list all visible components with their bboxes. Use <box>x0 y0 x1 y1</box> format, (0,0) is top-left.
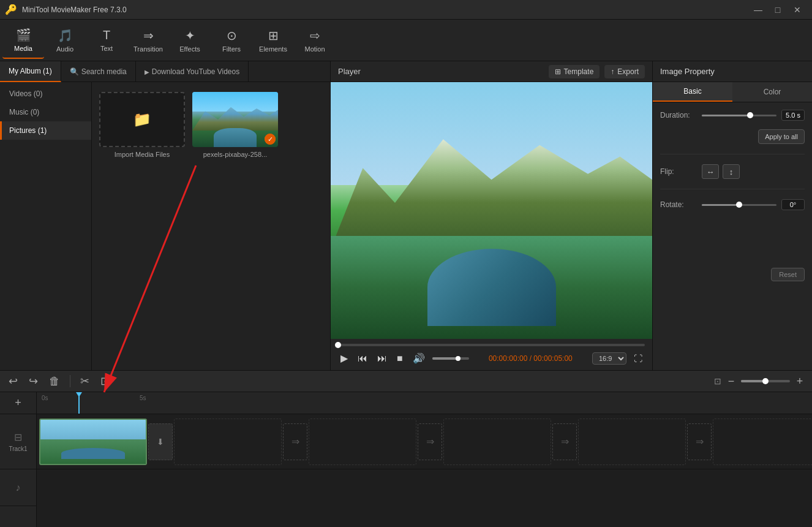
duration-label: Duration: <box>660 111 697 119</box>
cut-button[interactable]: ✂ <box>77 373 93 389</box>
transition-arrow-5: ⇒ <box>696 436 704 447</box>
clip-sky <box>40 420 146 442</box>
titlebar-left: 🔑 MiniTool MovieMaker Free 7.3.0 <box>5 4 127 15</box>
player-header: Player ⊞ Template ↑ Export <box>331 61 652 82</box>
motion-icon: ⇨ <box>310 28 320 43</box>
fullscreen-button[interactable]: ⛶ <box>631 352 645 365</box>
photo-thumb[interactable]: ✓ <box>192 92 278 147</box>
transition-download-icon: ⬇ <box>157 437 164 447</box>
redo-button[interactable]: ↪ <box>25 373 42 389</box>
video-preview <box>331 82 652 339</box>
toolbar-item-filters[interactable]: ⊙Filters <box>211 22 252 59</box>
close-button[interactable]: ✕ <box>788 0 807 20</box>
photo-label: pexels-pixabay-258... <box>203 151 268 158</box>
tab-my-album[interactable]: My Album (1) <box>0 61 61 82</box>
duration-slider[interactable] <box>702 115 776 116</box>
effects-label: Effects <box>179 45 200 53</box>
toolbar-item-text[interactable]: TText <box>86 22 127 59</box>
template-icon: ⊞ <box>555 67 561 76</box>
empty-clip-1 <box>174 419 282 465</box>
rotate-slider[interactable] <box>702 204 776 206</box>
apply-to-all-button[interactable]: Apply to all <box>758 129 805 144</box>
media-label: Media <box>14 45 32 52</box>
next-frame-button[interactable]: ⏭ <box>375 352 389 365</box>
flip-buttons: ↔ ↕ <box>702 164 740 179</box>
empty-clip-2 <box>309 419 416 465</box>
filters-icon: ⊙ <box>227 28 237 43</box>
rotate-value: 0° <box>781 199 805 210</box>
stop-button[interactable]: ■ <box>394 352 405 365</box>
tab-download-youtube[interactable]: ▶Download YouTube Videos <box>136 61 249 82</box>
maximize-button[interactable]: □ <box>768 0 788 20</box>
export-button[interactable]: ↑ Export <box>604 65 645 78</box>
timeline-ruler: 0s 5s <box>37 392 812 414</box>
transition-slot-5[interactable]: ⇒ <box>687 423 712 460</box>
toolbar-item-elements[interactable]: ⊞Elements <box>252 22 294 59</box>
flip-vertical-button[interactable]: ↕ <box>723 164 740 179</box>
divider2 <box>660 189 805 189</box>
zoom-out-button[interactable]: − <box>724 374 739 389</box>
app-logo-icon: 🔑 <box>5 4 17 15</box>
volume-button[interactable]: 🔊 <box>410 351 427 365</box>
progress-thumb[interactable] <box>335 342 341 348</box>
import-label: Import Media Files <box>115 151 170 158</box>
prev-frame-button[interactable]: ⏮ <box>355 352 370 365</box>
transition-slot-2[interactable]: ⇒ <box>283 423 307 460</box>
add-track-button[interactable]: + <box>0 392 36 414</box>
media-grid-area: 📁 Import Media Files ✓ <box>92 82 330 370</box>
transition-label: Transition <box>133 45 163 53</box>
transition-slot-4[interactable]: ⇒ <box>552 423 577 460</box>
nav-videos[interactable]: Videos (0) <box>0 85 91 103</box>
tab-basic[interactable]: Basic <box>653 82 732 102</box>
toolbar-item-audio[interactable]: 🎵Audio <box>44 22 86 59</box>
nav-music[interactable]: Music (0) <box>0 103 91 121</box>
play-button[interactable]: ▶ <box>338 351 350 365</box>
media-grid: 📁 Import Media Files ✓ <box>99 89 323 158</box>
rotate-row: Rotate: 0° <box>660 199 805 210</box>
zoom-slider[interactable] <box>741 380 790 382</box>
toolbar-item-effects[interactable]: ✦Effects <box>169 22 211 59</box>
track1-label: Track1 <box>9 445 27 452</box>
motion-label: Motion <box>304 45 325 53</box>
playhead[interactable] <box>78 392 80 414</box>
undo-button[interactable]: ↩ <box>5 373 21 389</box>
toolbar-item-media[interactable]: 🎬Media <box>2 22 44 59</box>
video-track-label: ⊟ Track1 <box>0 414 36 469</box>
duration-fill <box>702 115 750 116</box>
tab-color[interactable]: Color <box>732 82 812 102</box>
toolbar-item-motion[interactable]: ⇨Motion <box>294 22 336 59</box>
reset-button[interactable]: Reset <box>771 268 805 281</box>
tab-search-media[interactable]: 🔍Search media <box>61 61 136 82</box>
zoom-in-button[interactable]: + <box>792 374 807 389</box>
template-button[interactable]: ⊞ Template <box>549 65 600 78</box>
player-video <box>331 82 652 339</box>
toolbar-item-transition[interactable]: ⇒Transition <box>127 22 169 59</box>
current-time: 00:00:00:00 <box>489 354 527 363</box>
export-label: Export <box>617 67 639 76</box>
zoom-thumb[interactable] <box>762 378 769 384</box>
flip-horizontal-button[interactable]: ↔ <box>702 164 719 179</box>
transition-slot-1[interactable]: ⬇ <box>148 423 173 460</box>
import-thumb[interactable]: 📁 <box>99 92 185 147</box>
zoom-controls: ⊡ − + <box>714 374 807 389</box>
time-display: 00:00:00:00 / 00:00:05:00 <box>489 354 573 363</box>
minimize-button[interactable]: — <box>748 0 768 20</box>
rotate-fill <box>702 204 739 206</box>
track-labels: + ⊟ Track1 ♪ <box>0 392 37 527</box>
rotate-thumb[interactable] <box>736 202 742 208</box>
volume-slider[interactable] <box>432 357 469 360</box>
nav-pictures[interactable]: Pictures (1) <box>0 121 91 140</box>
photo-media-item[interactable]: ✓ pexels-pixabay-258... <box>192 92 278 158</box>
progress-bar[interactable] <box>338 344 645 346</box>
rotate-label: Rotate: <box>660 200 697 209</box>
app-title: MiniTool MovieMaker Free 7.3.0 <box>22 6 127 14</box>
aspect-ratio-select[interactable]: 16:9 4:3 1:1 <box>592 352 626 365</box>
transition-slot-3[interactable]: ⇒ <box>418 423 442 460</box>
crop-button[interactable]: ⊡ <box>97 373 113 389</box>
delete-button[interactable]: 🗑 <box>45 374 64 389</box>
total-time: 00:00:05:00 <box>533 354 572 363</box>
apply-all-container: Apply to all <box>660 129 805 144</box>
import-media-item[interactable]: 📁 Import Media Files <box>99 92 185 158</box>
duration-thumb[interactable] <box>747 112 753 118</box>
video-clip-1[interactable] <box>39 419 147 465</box>
